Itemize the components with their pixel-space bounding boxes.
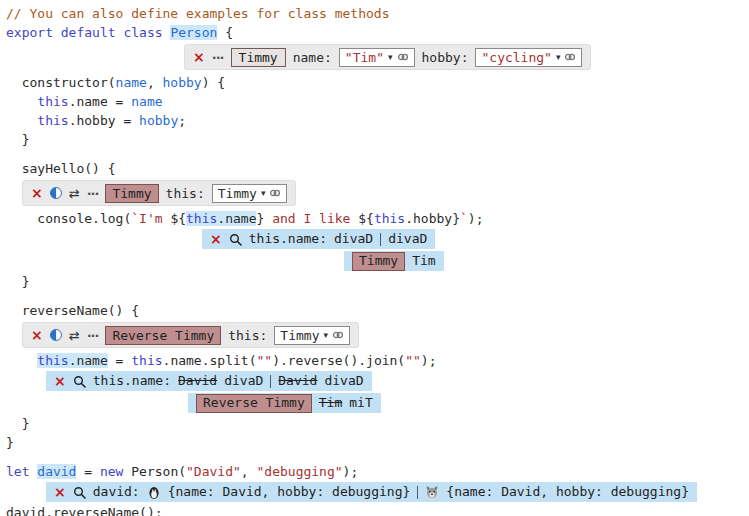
example-badge[interactable]: Reverse Timmy: [196, 394, 312, 413]
field-value-dropdown-hobby[interactable]: "cycling" ▾: [475, 48, 582, 67]
penguin-icon: [147, 485, 161, 500]
keyword: let: [6, 464, 37, 479]
more-options-icon[interactable]: ···: [87, 328, 99, 343]
dropdown-value: Timmy: [280, 328, 319, 343]
blank-line: [6, 291, 749, 301]
code-text: =: [76, 464, 99, 479]
more-options-icon[interactable]: ···: [212, 50, 224, 65]
comment-text: // You can also define examples for clas…: [6, 6, 390, 21]
code-text: );: [468, 211, 484, 226]
sayhello-signature-line: sayHello() {: [6, 159, 749, 178]
string-literal: "debugging": [257, 464, 343, 479]
blank-line: [6, 452, 749, 462]
code-text: david.reverseName();: [6, 505, 163, 516]
class-name[interactable]: Person: [170, 25, 217, 40]
probe-widget: × this.name: David divaD David divaD: [46, 371, 372, 391]
class-declaration-line: export default class Person {: [6, 23, 749, 42]
string-literal: "": [256, 353, 272, 368]
david-probe-row: × david: {name: David, hobby: debugging}…: [46, 481, 749, 503]
code-text: ;: [178, 113, 186, 128]
code-text: ${: [170, 211, 186, 226]
this-label: this:: [228, 328, 267, 343]
keyword: new: [100, 464, 123, 479]
this-value-dropdown[interactable]: Timmy ▾: [274, 326, 350, 345]
link-icon: [269, 187, 281, 199]
wolf-icon: [425, 485, 439, 499]
probe-example-row: Timmy Tim: [344, 251, 444, 271]
code-text: [6, 353, 37, 368]
code-text: ,: [147, 75, 163, 90]
this-label: this:: [166, 186, 205, 201]
template-string: `I'm: [131, 211, 170, 226]
code-text: );: [343, 464, 359, 479]
code-text: reverseName() {: [6, 303, 139, 318]
magnifier-icon: [73, 486, 86, 499]
example-definition-widget: × ··· Timmy name: "Tim" ▾ hobby: "cyclin…: [184, 44, 591, 70]
close-icon[interactable]: ×: [193, 50, 205, 64]
blank-line: [6, 149, 749, 159]
reversename-signature-line: reverseName() {: [6, 301, 749, 320]
example-badge[interactable]: Timmy: [352, 252, 405, 271]
dropdown-value: "Tim": [345, 50, 384, 65]
this-keyword[interactable]: this: [37, 353, 68, 368]
example-badge[interactable]: Timmy: [105, 184, 158, 203]
constructor-line: constructor(name, hobby) {: [6, 73, 749, 92]
close-icon[interactable]: ×: [210, 232, 222, 246]
close-icon[interactable]: ×: [31, 328, 43, 342]
chevron-down-icon: ▾: [388, 52, 393, 62]
swap-icon[interactable]: ⇄: [69, 328, 80, 343]
swap-icon[interactable]: ⇄: [69, 186, 80, 201]
reversename-example-row: × ⇄ ··· Reverse Timmy this: Timmy ▾: [22, 322, 749, 348]
let-david-line: let david = new Person("David", "debuggi…: [6, 462, 749, 481]
call-reverse-line: david.reverseName();: [6, 503, 749, 516]
sayhello-example-widget: × ⇄ ··· Timmy this: Timmy ▾: [22, 180, 296, 206]
toggle-example-icon[interactable]: [50, 187, 62, 199]
code-text: ,: [241, 464, 257, 479]
magnifier-icon: [229, 233, 242, 246]
this-keyword: this: [374, 211, 405, 226]
code-text: ${: [358, 211, 374, 226]
probe-widget: × this.name: divaD divaD: [202, 229, 435, 249]
param-hobby: hobby: [163, 75, 202, 90]
this-value-dropdown[interactable]: Timmy ▾: [212, 184, 288, 203]
close-icon[interactable]: ×: [54, 374, 66, 388]
param-hobby: hobby: [139, 113, 178, 128]
close-icon[interactable]: ×: [31, 186, 43, 200]
code-text: .name.split(: [163, 353, 257, 368]
code-text: constructor(: [6, 75, 116, 90]
assign-name-line: this.name = name: [6, 92, 749, 111]
this-keyword: this: [131, 353, 162, 368]
code-text: }: [452, 211, 460, 226]
property-name[interactable]: .name: [69, 353, 108, 368]
this-keyword[interactable]: this: [186, 211, 217, 226]
this-keyword: this: [6, 113, 69, 128]
param-name: name: [116, 75, 147, 90]
property-name[interactable]: .name: [217, 211, 256, 226]
value-separator: [270, 375, 271, 388]
variable-david[interactable]: david: [37, 464, 76, 479]
toggle-example-icon[interactable]: [50, 329, 62, 341]
param-name: name: [131, 94, 162, 109]
probe-widget: × david: {name: David, hobby: debugging}…: [46, 482, 697, 502]
close-brace-line: }: [6, 130, 749, 149]
code-text: .name =: [69, 94, 132, 109]
probe-example-row: Reverse Timmy Tim miT: [188, 393, 381, 413]
field-value-dropdown-name[interactable]: "Tim" ▾: [339, 48, 415, 67]
sayhello-probe-row-2: Timmy Tim: [344, 250, 749, 272]
console-log-line: console.log(`I'm ${this.name} and I like…: [6, 209, 749, 228]
code-text: {: [217, 25, 233, 40]
code-text: Person(: [123, 464, 186, 479]
code-text: }: [6, 274, 29, 289]
example-badge[interactable]: Reverse Timmy: [105, 326, 221, 345]
chevron-down-icon: ▾: [556, 52, 561, 62]
example-definition-row: × ··· Timmy name: "Tim" ▾ hobby: "cyclin…: [184, 44, 749, 70]
magnifier-icon: [73, 375, 86, 388]
code-text: ).reverse().join(: [272, 353, 405, 368]
close-brace-line: }: [6, 414, 749, 433]
close-class-line: }: [6, 433, 749, 452]
code-text: }: [6, 435, 14, 450]
example-name-box[interactable]: Timmy: [231, 48, 286, 67]
more-options-icon[interactable]: ···: [87, 186, 99, 201]
close-icon[interactable]: ×: [54, 485, 66, 499]
code-text: }: [6, 132, 29, 147]
